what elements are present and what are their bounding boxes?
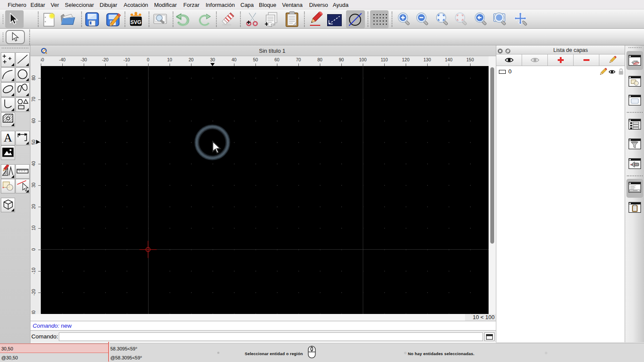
svg-text:SVG: SVG (131, 19, 141, 25)
